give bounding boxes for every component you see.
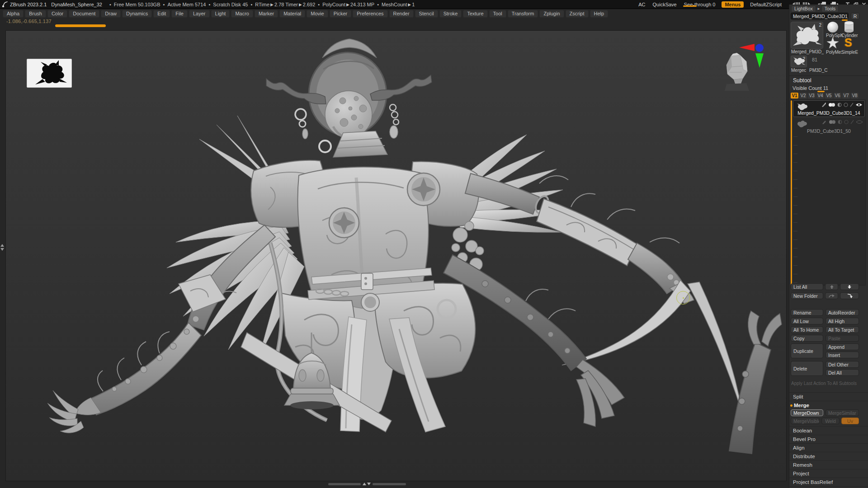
all-high-button[interactable]: All High: [826, 318, 859, 324]
menu-item[interactable]: Edit: [153, 10, 170, 18]
menu-item[interactable]: Layer: [189, 10, 210, 18]
del-other-button[interactable]: Del Other: [826, 361, 859, 368]
paste-button[interactable]: Paste: [826, 335, 859, 342]
merge-section-header[interactable]: Merge: [789, 401, 868, 409]
simplebrush-tool-icon[interactable]: S: [844, 36, 852, 49]
menu-item[interactable]: Color: [47, 10, 67, 18]
split-section-header[interactable]: Split: [789, 392, 868, 401]
append-button[interactable]: Append: [826, 343, 859, 350]
menu-item[interactable]: Alpha: [3, 10, 24, 18]
menus-button[interactable]: Menus: [722, 1, 744, 8]
visibility-tab[interactable]: V2: [799, 93, 807, 99]
visibility-tab[interactable]: V7: [842, 93, 850, 99]
document-canvas[interactable]: [5, 30, 787, 481]
quicksave-button[interactable]: QuickSave: [649, 2, 680, 7]
del-all-button[interactable]: Del All: [826, 369, 859, 376]
pen-icon[interactable]: [850, 120, 854, 125]
list-all-button[interactable]: List All: [791, 283, 823, 290]
menu-item[interactable]: Picker: [330, 10, 352, 18]
brush-icon[interactable]: [821, 102, 826, 108]
menu-item[interactable]: Marker: [255, 10, 278, 18]
move-up-button[interactable]: [825, 283, 838, 290]
copy-button[interactable]: Copy: [791, 335, 823, 342]
mergedown-button[interactable]: MergeDown: [791, 409, 823, 416]
lightbox-button[interactable]: LightBox: [791, 5, 816, 12]
menu-item[interactable]: Document: [69, 10, 99, 18]
menu-item[interactable]: Stroke: [439, 10, 462, 18]
insert-button[interactable]: Insert: [826, 352, 859, 358]
move-down-button[interactable]: [840, 283, 859, 290]
masking-icon[interactable]: [844, 103, 848, 108]
polysphere-tool-icon[interactable]: [827, 22, 838, 33]
menu-item[interactable]: Preferences: [353, 10, 387, 18]
polypaint-icon[interactable]: [828, 103, 835, 108]
move-into-folder-button[interactable]: [840, 292, 859, 299]
new-folder-button[interactable]: New Folder: [791, 292, 823, 299]
menu-item[interactable]: Brush: [25, 10, 46, 18]
menu-item[interactable]: Zscript: [566, 10, 589, 18]
subtool-item[interactable]: PM3D_Cube3D1_50: [793, 118, 865, 135]
tools-button[interactable]: Tools: [821, 5, 839, 12]
menu-item[interactable]: Texture: [463, 10, 487, 18]
uv-toggle-button[interactable]: Uv: [841, 418, 859, 424]
visibility-tab[interactable]: V3: [808, 93, 816, 99]
menu-item[interactable]: Movie: [307, 10, 328, 18]
subtool-section-header[interactable]: Boolean: [789, 426, 868, 435]
polymesh3d-tool-icon[interactable]: [827, 37, 839, 50]
subtool-section-header[interactable]: Remesh: [789, 460, 868, 469]
menu-item[interactable]: File: [171, 10, 188, 18]
menu-item[interactable]: Help: [590, 10, 609, 18]
uv-map-icon[interactable]: [837, 103, 842, 108]
duplicate-button[interactable]: Duplicate: [791, 343, 823, 358]
delete-button[interactable]: Delete: [791, 361, 823, 376]
weld-button[interactable]: Weld: [821, 418, 840, 424]
visibility-tab[interactable]: V1: [791, 93, 798, 99]
autoreorder-button[interactable]: AutoReorder: [826, 309, 859, 316]
menu-item[interactable]: Dynamics: [122, 10, 152, 18]
move-out-folder-button[interactable]: [825, 292, 838, 299]
menu-item[interactable]: Tool: [489, 10, 506, 18]
subtool-section-header[interactable]: Align: [789, 443, 868, 452]
cylinder-tool-icon[interactable]: [843, 21, 855, 34]
zscript-button[interactable]: DefaultZScript: [746, 2, 785, 7]
see-through-slider[interactable]: See-through 0: [680, 2, 719, 7]
active-tool-thumbnail[interactable]: 2: [791, 22, 823, 49]
alpha-preview-thumbnail[interactable]: [27, 59, 72, 88]
left-tray-handle[interactable]: [0, 244, 4, 254]
apply-last-action-button[interactable]: Apply Last Action To All Subtools: [791, 381, 867, 386]
restore-config-button[interactable]: R: [851, 13, 859, 19]
eye-icon[interactable]: [855, 103, 863, 108]
visibility-tab[interactable]: V6: [834, 93, 841, 99]
all-low-button[interactable]: All Low: [791, 318, 823, 324]
subtool-section-header[interactable]: Distribute: [789, 452, 868, 460]
recent-tool-thumbnail[interactable]: 2: [791, 56, 807, 67]
subtool-section-header[interactable]: Project: [789, 469, 868, 478]
tray-resize-bar[interactable]: [55, 24, 106, 27]
menu-item[interactable]: Material: [279, 10, 305, 18]
uv-map-icon[interactable]: [838, 120, 842, 125]
menu-item[interactable]: Stencil: [415, 10, 438, 18]
mergesimilar-button[interactable]: MergeSimilar: [826, 409, 859, 416]
subtool-section-header[interactable]: Project BasRelief: [789, 478, 868, 486]
pen-icon[interactable]: [850, 103, 854, 108]
subtool-scrollbar[interactable]: [791, 100, 792, 286]
menu-item[interactable]: Draw: [101, 10, 121, 18]
all-to-target-button[interactable]: All To Target: [826, 326, 859, 333]
menu-item[interactable]: Macro: [231, 10, 253, 18]
active-tool-name-field[interactable]: Merged_PM3D_Cube3D1_14: [791, 13, 849, 19]
visibility-tab[interactable]: V4: [816, 93, 824, 99]
tool-slot-badge[interactable]: 81: [812, 57, 817, 62]
mergevisible-button[interactable]: MergeVisible: [791, 418, 820, 424]
menu-item[interactable]: Transform: [508, 10, 538, 18]
subtool-section-header[interactable]: Bevel Pro: [789, 435, 868, 443]
rename-button[interactable]: Rename: [791, 309, 823, 316]
subtool-section-header[interactable]: Extract: [789, 486, 868, 488]
menu-item[interactable]: Zplugin: [539, 10, 564, 18]
visible-count-slider[interactable]: Visible Count 11: [793, 85, 828, 91]
visibility-tab[interactable]: V5: [825, 93, 833, 99]
menu-item[interactable]: Render: [389, 10, 414, 18]
menu-item[interactable]: Light: [211, 10, 230, 18]
subtool-item[interactable]: Merged_PM3D_Cube3D1_14: [793, 100, 865, 117]
eye-icon[interactable]: [856, 120, 863, 125]
bottom-tray-handle[interactable]: [328, 482, 408, 486]
